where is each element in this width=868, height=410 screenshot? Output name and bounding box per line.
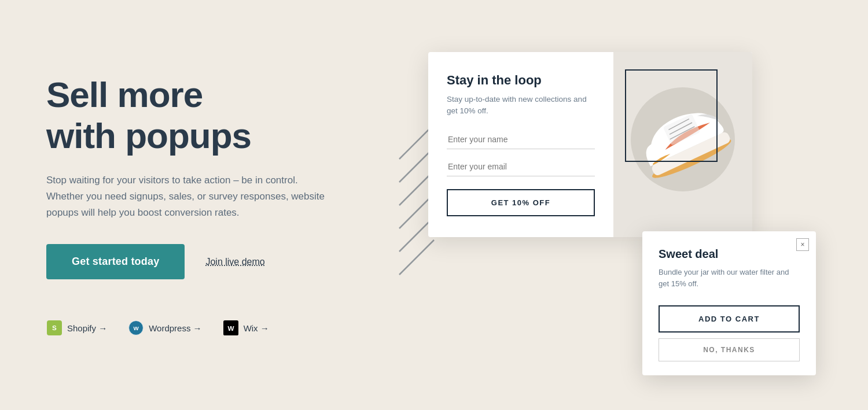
wix-icon: W — [223, 320, 239, 336]
platforms-row: S Shopify → W Wordpress → — [46, 320, 393, 336]
cta-row: Get started today Join live demo — [46, 244, 393, 279]
hero-subtitle: Stop waiting for your visitors to take a… — [46, 172, 336, 221]
shoe-border-decoration — [625, 69, 718, 162]
popup-main: × Stay in the loop Stay up-to-date with … — [428, 52, 752, 237]
shopify-icon: S — [46, 320, 62, 336]
left-section: Sell more with popups Stop waiting for y… — [46, 74, 393, 337]
platform-wix[interactable]: W Wix → — [223, 320, 269, 336]
popup-main-title: Stay in the loop — [447, 73, 595, 88]
popup-main-desc: Stay up-to-date with new collections and… — [447, 94, 595, 117]
hero-title: Sell more with popups — [46, 74, 393, 157]
svg-text:S: S — [52, 324, 57, 331]
platform-wordpress[interactable]: W Wordpress → — [128, 320, 201, 336]
popup-main-image — [613, 52, 752, 237]
join-demo-link[interactable]: Join live demo — [205, 257, 264, 267]
popup-main-cta[interactable]: GET 10% OFF — [447, 189, 595, 216]
platform-shopify[interactable]: S Shopify → — [46, 320, 107, 336]
get-started-button[interactable]: Get started today — [46, 244, 185, 279]
popup-sweet-close[interactable]: × — [796, 238, 809, 251]
svg-line-11 — [399, 240, 434, 275]
right-section: × Stay in the loop Stay up-to-date with … — [393, 23, 822, 387]
popup-sweet: × Sweet deal Bundle your jar with our wa… — [642, 231, 816, 375]
add-to-cart-button[interactable]: ADD TO CART — [659, 305, 800, 333]
svg-text:W: W — [227, 324, 234, 332]
wordpress-icon: W — [128, 320, 144, 336]
popup-main-content: Stay in the loop Stay up-to-date with ne… — [428, 52, 613, 237]
no-thanks-button[interactable]: NO, THANKS — [659, 338, 800, 361]
popup-sweet-desc: Bundle your jar with our water filter an… — [659, 267, 800, 289]
popup-sweet-title: Sweet deal — [659, 248, 800, 261]
popup-name-input[interactable] — [447, 130, 595, 149]
popup-email-input[interactable] — [447, 157, 595, 176]
svg-text:W: W — [134, 325, 139, 331]
page-wrapper: Sell more with popups Stop waiting for y… — [0, 0, 868, 410]
